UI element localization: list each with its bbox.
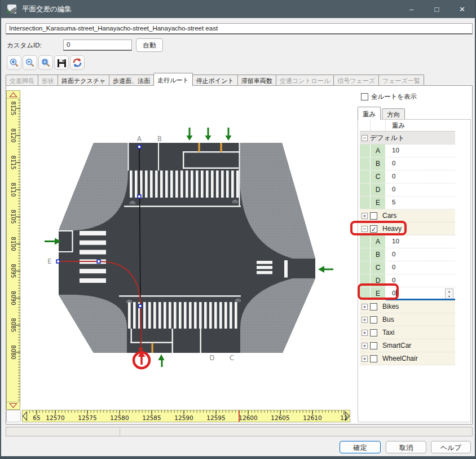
crosswalk-stripe (221, 171, 224, 198)
zoom-fit-button[interactable] (38, 55, 53, 70)
spinner-up-button[interactable]: ▲ (446, 289, 453, 294)
expand-toggle[interactable]: + (362, 343, 368, 349)
weight-value-cell[interactable]: 0 (386, 248, 455, 261)
main-tab[interactable]: 停止ポイント (192, 75, 238, 86)
weight-value-cell[interactable]: 0 (386, 261, 455, 274)
green-arrow-down-head (187, 135, 193, 141)
table-row[interactable]: B0 (360, 248, 455, 261)
expand-toggle[interactable]: + (362, 213, 368, 219)
horizontal-ruler[interactable]: 6512570125751258012585125901259512600126… (22, 410, 350, 422)
row-marker-cell[interactable] (360, 183, 371, 196)
route-letter-cell[interactable]: C (371, 261, 386, 274)
show-all-routes-checkbox[interactable] (361, 93, 368, 100)
route-node[interactable] (138, 195, 141, 198)
ruler-corner-box[interactable] (6, 410, 21, 422)
table-row[interactable]: E5 (360, 196, 455, 209)
table-row[interactable]: A10 (360, 145, 455, 158)
custom-id-input[interactable]: 0 (63, 40, 132, 51)
collapse-toggle[interactable]: − (362, 135, 368, 141)
weight-value-cell[interactable]: 0 (386, 171, 455, 183)
row-marker-cell[interactable] (360, 171, 371, 183)
table-row[interactable]: D0 (360, 183, 455, 196)
table-row[interactable]: C0 (360, 171, 455, 183)
table-row[interactable]: +Taxi (360, 326, 455, 339)
minimize-button[interactable]: – (399, 0, 424, 18)
crosswalk-stripe (80, 231, 106, 235)
cancel-button[interactable]: 取消 (386, 441, 426, 453)
route-letter-cell[interactable]: E (371, 196, 386, 209)
tab-weight[interactable]: 重み (358, 107, 381, 120)
row-marker-cell[interactable] (360, 235, 371, 248)
route-end-node[interactable] (139, 348, 143, 351)
route-node[interactable] (139, 304, 142, 308)
table-row[interactable]: B0 (360, 158, 455, 171)
route-node[interactable] (97, 260, 100, 263)
table-row[interactable]: A10 (360, 235, 455, 248)
main-tab[interactable]: 滞留車両数 (237, 75, 276, 86)
crosswalk-stripe (133, 302, 136, 329)
table-row[interactable]: C0 (360, 261, 455, 274)
table-row[interactable]: +WheelChair (360, 352, 455, 365)
row-checkbox[interactable] (370, 329, 377, 336)
row-checkbox[interactable] (370, 355, 377, 362)
row-checkbox[interactable] (370, 212, 377, 220)
expand-toggle[interactable]: + (362, 317, 368, 323)
main-tab[interactable]: 路面テクスチャ (58, 75, 109, 86)
weight-value-cell[interactable]: 10 (386, 145, 455, 157)
weight-value-cell[interactable]: 5 (386, 196, 455, 209)
tab-direction[interactable]: 方向 (382, 108, 405, 120)
row-marker-cell[interactable] (360, 158, 371, 170)
route-letter-cell[interactable]: B (371, 158, 386, 170)
weight-value-cell[interactable]: 10 (386, 235, 455, 248)
intersection-name-input[interactable]: Intersection_Karasuma-street_Hanayacho-s… (6, 23, 473, 34)
expand-toggle[interactable]: + (362, 330, 368, 336)
zoom-out-button[interactable] (23, 55, 37, 70)
main-tab[interactable]: 走行ルート (153, 73, 193, 86)
main-tab[interactable]: 交通コントロール (276, 75, 334, 86)
weight-value-cell[interactable]: 0 (386, 183, 455, 196)
main-tab[interactable]: 歩道面、法面 (109, 75, 154, 86)
row-checkbox[interactable] (370, 342, 377, 349)
main-tab[interactable]: 交差脚長 (6, 75, 38, 86)
table-row[interactable]: +SmartCar (360, 339, 455, 352)
refresh-button[interactable] (70, 55, 85, 70)
expand-toggle[interactable]: + (362, 356, 368, 362)
route-entry-marker[interactable] (134, 352, 149, 369)
route-letter-cell[interactable]: C (371, 171, 386, 183)
show-all-routes-label: 全ルートを表示 (371, 93, 417, 101)
confirm-button[interactable]: 確定 (340, 441, 381, 453)
annotation-e-value-highlight (358, 283, 399, 300)
route-node[interactable] (138, 145, 141, 148)
row-marker-cell[interactable] (360, 261, 371, 274)
route-letter-cell[interactable]: B (371, 248, 386, 261)
route-letter-cell[interactable]: A (371, 145, 386, 157)
route-node[interactable] (56, 260, 60, 263)
table-row[interactable]: −デフォルト (360, 132, 455, 145)
green-arrow-left (323, 269, 333, 270)
route-letter-cell[interactable]: D (371, 183, 386, 196)
route-letter-cell[interactable]: A (371, 235, 386, 248)
row-checkbox[interactable] (370, 303, 377, 311)
row-marker-cell[interactable] (360, 196, 371, 209)
intersection-canvas[interactable]: ABEDC (22, 90, 350, 410)
table-row[interactable]: +Bus (360, 313, 455, 326)
main-tab[interactable]: 形状 (38, 75, 58, 86)
row-marker-cell[interactable] (360, 248, 371, 261)
weight-value-cell[interactable]: 0 (386, 158, 455, 170)
lane-line (172, 329, 173, 353)
help-button[interactable]: ヘルプ (431, 441, 471, 453)
main-tab[interactable]: 信号フェーズ (333, 75, 379, 86)
vertical-ruler[interactable]: 8125812081158110810581008095809080858080 (6, 90, 20, 410)
weight-column-header: 重み (386, 120, 455, 131)
close-button[interactable]: ✕ (449, 0, 475, 18)
row-marker-cell[interactable] (360, 145, 371, 157)
row-checkbox[interactable] (370, 316, 377, 324)
spinner-down-button[interactable]: ▼ (446, 294, 453, 299)
maximize-button[interactable]: □ (424, 0, 449, 18)
auto-button[interactable]: 自動 (136, 38, 163, 52)
save-button[interactable] (54, 55, 69, 70)
main-tab[interactable]: フェーズ一覧 (378, 75, 424, 86)
zoom-in-button[interactable] (7, 55, 21, 70)
table-row[interactable]: +Bikes (360, 300, 455, 313)
expand-toggle[interactable]: + (362, 304, 368, 310)
